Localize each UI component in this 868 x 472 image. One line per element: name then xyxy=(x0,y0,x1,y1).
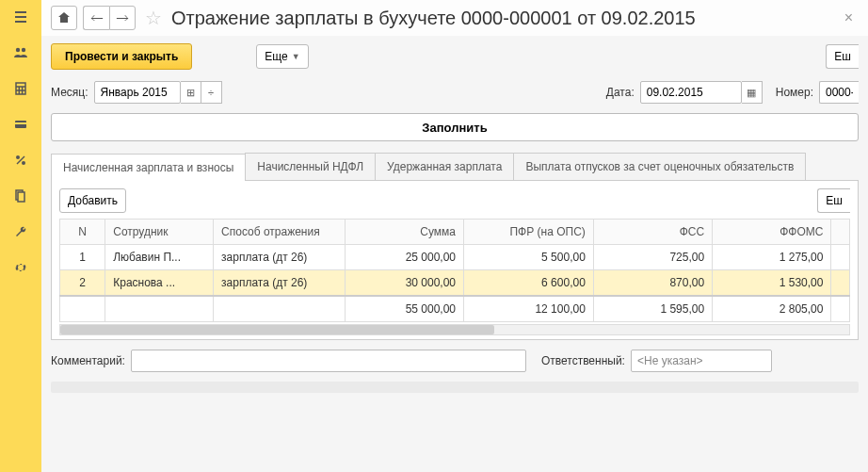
close-icon[interactable]: × xyxy=(839,9,859,26)
page-scrollbar[interactable] xyxy=(51,382,859,393)
col-n[interactable]: N xyxy=(60,220,105,245)
responsible-input[interactable] xyxy=(631,350,772,372)
scroll-thumb[interactable] xyxy=(60,325,494,334)
tab-more-button[interactable]: Еш xyxy=(817,188,850,213)
tab-ndfl[interactable]: Начисленный НДФЛ xyxy=(245,153,376,180)
col-sum[interactable]: Сумма xyxy=(345,220,463,245)
favorite-star-icon[interactable]: ☆ xyxy=(145,7,162,29)
col-method[interactable]: Способ отражения xyxy=(214,220,346,245)
col-extra xyxy=(831,220,850,245)
svg-point-10 xyxy=(22,161,25,165)
svg-rect-2 xyxy=(16,83,25,94)
month-input[interactable] xyxy=(94,81,181,104)
col-ffoms[interactable]: ФФОМС xyxy=(713,220,831,245)
users-icon[interactable] xyxy=(9,43,32,62)
home-button[interactable] xyxy=(51,6,77,30)
card-icon[interactable] xyxy=(9,115,32,134)
more-button[interactable]: Еще▼ xyxy=(256,44,308,69)
responsible-label: Ответственный: xyxy=(541,354,625,367)
table-row[interactable]: 2 Краснова ... зарплата (дт 26) 30 000,0… xyxy=(60,270,850,297)
tabs: Начисленная зарплата и взносы Начисленны… xyxy=(51,153,859,181)
svg-rect-8 xyxy=(15,122,26,124)
calculator-icon[interactable] xyxy=(9,79,32,98)
more2-button[interactable]: Еш xyxy=(826,44,859,69)
fill-button[interactable]: Заполнить xyxy=(51,113,859,141)
add-button[interactable]: Добавить xyxy=(59,188,126,213)
number-input[interactable] xyxy=(819,81,859,104)
col-pfr[interactable]: ПФР (на ОПС) xyxy=(464,220,594,245)
topbar: 🡐 🡒 ☆ Отражение зарплаты в бухучете 0000… xyxy=(41,0,868,36)
menu-icon[interactable] xyxy=(9,8,32,26)
documents-icon[interactable] xyxy=(9,187,32,205)
month-stepper-icon[interactable]: ÷ xyxy=(201,81,222,104)
date-input[interactable] xyxy=(640,81,742,104)
svg-point-9 xyxy=(16,155,20,159)
date-label: Дата: xyxy=(606,86,635,99)
chevron-down-icon: ▼ xyxy=(292,52,300,61)
gear-icon[interactable] xyxy=(9,258,32,277)
tab-withheld[interactable]: Удержанная зарплата xyxy=(375,153,514,180)
month-label: Месяц: xyxy=(51,86,88,99)
table-totals-row: 55 000,00 12 100,00 1 595,00 2 805,00 xyxy=(60,296,850,322)
comment-input[interactable] xyxy=(131,350,526,372)
footer: Комментарий: Ответственный: xyxy=(41,340,868,382)
tab-vacation[interactable]: Выплата отпусков за счет оценочных обяза… xyxy=(513,153,806,180)
svg-point-0 xyxy=(16,48,20,52)
comment-label: Комментарий: xyxy=(51,354,125,367)
action-toolbar: Провести и закрыть Еще▼ Еш xyxy=(41,36,868,77)
number-label: Номер: xyxy=(776,86,813,99)
svg-point-1 xyxy=(22,48,25,52)
col-employee[interactable]: Сотрудник xyxy=(105,220,214,245)
sidebar xyxy=(0,0,41,472)
salary-table: N Сотрудник Способ отражения Сумма ПФР (… xyxy=(59,219,850,322)
back-button[interactable]: 🡐 xyxy=(83,6,109,30)
post-and-close-button[interactable]: Провести и закрыть xyxy=(51,43,192,70)
tab-content: Добавить Еш N Сотрудник Способ отражения… xyxy=(51,181,859,340)
percent-icon[interactable] xyxy=(9,151,32,170)
wrench-icon[interactable] xyxy=(9,222,32,241)
svg-rect-13 xyxy=(18,192,24,202)
col-fss[interactable]: ФСС xyxy=(593,220,712,245)
tab-accrued-salary[interactable]: Начисленная зарплата и взносы xyxy=(51,154,246,181)
page-title: Отражение зарплаты в бухучете 0000-00000… xyxy=(171,8,696,29)
table-header-row: N Сотрудник Способ отражения Сумма ПФР (… xyxy=(60,220,850,245)
table-row[interactable]: 1 Любавин П... зарплата (дт 26) 25 000,0… xyxy=(60,245,850,270)
forward-button[interactable]: 🡒 xyxy=(109,6,136,30)
form-row-1: Месяц: ⊞ ÷ Дата: ▦ Номер: xyxy=(41,77,868,107)
month-picker-icon[interactable]: ⊞ xyxy=(181,81,201,104)
horizontal-scrollbar[interactable] xyxy=(59,324,850,335)
calendar-icon[interactable]: ▦ xyxy=(742,81,763,104)
main-content: 🡐 🡒 ☆ Отражение зарплаты в бухучете 0000… xyxy=(41,0,868,472)
